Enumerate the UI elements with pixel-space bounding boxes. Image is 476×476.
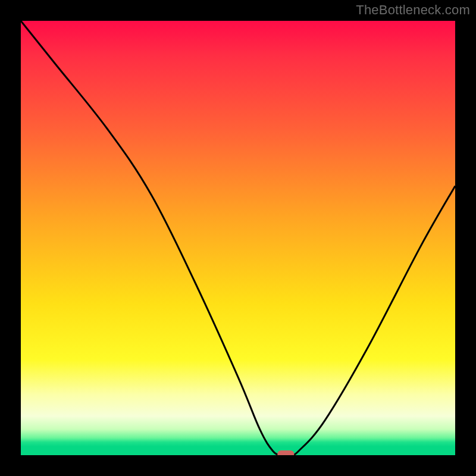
optimal-marker <box>277 450 294 455</box>
chart-svg <box>21 21 455 455</box>
chart-plot-area <box>21 21 455 455</box>
watermark-text: TheBottleneck.com <box>356 2 470 18</box>
bottleneck-curve-line <box>21 21 455 455</box>
